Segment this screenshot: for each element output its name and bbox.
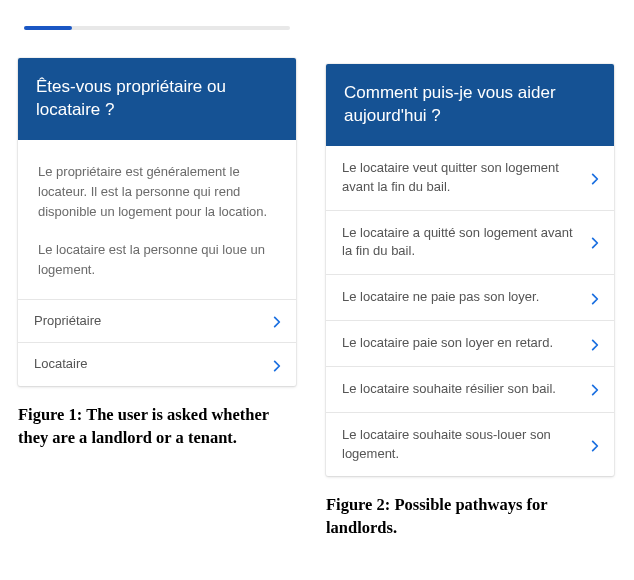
two-column-layout: Êtes-vous propriétaire ou locataire ? Le…	[0, 0, 634, 539]
chevron-right-icon	[270, 315, 282, 327]
figure2-list: Le locataire veut quitter son logement a…	[326, 146, 614, 477]
progress-bar	[24, 26, 290, 30]
figure1-column: Êtes-vous propriétaire ou locataire ? Le…	[18, 12, 296, 539]
option-proprietaire[interactable]: Propriétaire	[18, 300, 296, 344]
chevron-right-icon	[588, 236, 600, 248]
figure1-header: Êtes-vous propriétaire ou locataire ?	[18, 58, 296, 140]
list-item-label: Le locataire souhaite sous-louer son log…	[342, 426, 578, 464]
chevron-right-icon	[588, 338, 600, 350]
option-label: Locataire	[34, 355, 260, 374]
progress-fill	[24, 26, 72, 30]
list-item-label: Le locataire veut quitter son logement a…	[342, 159, 578, 197]
chevron-right-icon	[270, 359, 282, 371]
figure2-header: Comment puis-je vous aider aujourd'hui ?	[326, 64, 614, 146]
list-item[interactable]: Le locataire souhaite sous-louer son log…	[326, 413, 614, 477]
option-locataire[interactable]: Locataire	[18, 343, 296, 386]
figure1-body-p2: Le locataire est la personne qui loue un…	[38, 240, 276, 280]
list-item[interactable]: Le locataire paie son loyer en retard.	[326, 321, 614, 367]
figure1-body: Le propriétaire est généralement le loca…	[18, 140, 296, 299]
list-item[interactable]: Le locataire ne paie pas son loyer.	[326, 275, 614, 321]
list-item-label: Le locataire ne paie pas son loyer.	[342, 288, 578, 307]
list-item[interactable]: Le locataire a quitté son logement avant…	[326, 211, 614, 276]
chevron-right-icon	[588, 439, 600, 451]
list-item-label: Le locataire souhaite résilier son bail.	[342, 380, 578, 399]
list-item-label: Le locataire paie son loyer en retard.	[342, 334, 578, 353]
chevron-right-icon	[588, 172, 600, 184]
figure2-card: Comment puis-je vous aider aujourd'hui ?…	[326, 64, 614, 476]
chevron-right-icon	[588, 292, 600, 304]
figure1-caption: Figure 1: The user is asked whether they…	[18, 404, 296, 449]
chevron-right-icon	[588, 383, 600, 395]
list-item-label: Le locataire a quitté son logement avant…	[342, 224, 578, 262]
figure1-options: Propriétaire Locataire	[18, 299, 296, 387]
figure1-card: Êtes-vous propriétaire ou locataire ? Le…	[18, 58, 296, 386]
list-item[interactable]: Le locataire souhaite résilier son bail.	[326, 367, 614, 413]
figure2-column: Comment puis-je vous aider aujourd'hui ?…	[326, 12, 614, 539]
option-label: Propriétaire	[34, 312, 260, 331]
figure1-body-p1: Le propriétaire est généralement le loca…	[38, 162, 276, 222]
figure2-caption: Figure 2: Possible pathways for landlord…	[326, 494, 614, 539]
list-item[interactable]: Le locataire veut quitter son logement a…	[326, 146, 614, 211]
